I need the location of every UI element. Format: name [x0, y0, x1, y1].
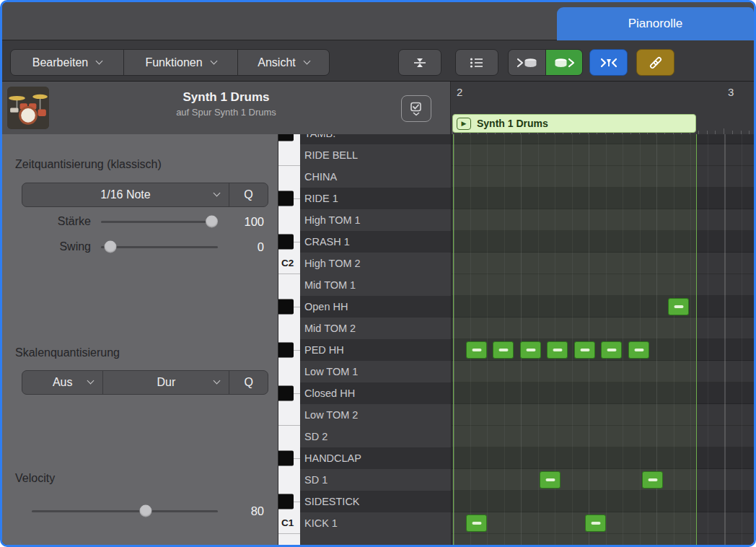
ruler[interactable]: 2 3 ▶ Synth 1 Drums — [451, 82, 754, 134]
black-key-cap — [278, 494, 294, 509]
time-quantize-apply-button[interactable]: Q — [229, 183, 268, 206]
menu-funktionen[interactable]: Funktionen — [123, 50, 237, 75]
swing-row: Swing 0 — [22, 236, 268, 258]
link-button[interactable] — [636, 49, 674, 76]
black-key[interactable] — [278, 134, 300, 144]
key-divider — [294, 393, 300, 394]
midi-note[interactable] — [547, 341, 568, 359]
key-divider — [294, 502, 300, 502]
velocity-title: Velocity — [15, 472, 55, 485]
black-key[interactable] — [278, 296, 300, 318]
white-key[interactable] — [278, 534, 300, 545]
menu-label: Bearbeiten — [32, 56, 88, 69]
key-name-row[interactable]: High TOM 1 — [300, 209, 451, 231]
midi-note[interactable] — [628, 341, 649, 359]
black-key[interactable] — [278, 188, 300, 209]
midi-note[interactable] — [668, 298, 689, 315]
midi-note[interactable] — [585, 515, 606, 532]
ruler-tick — [724, 128, 724, 134]
gridline — [708, 134, 708, 545]
slider-thumb[interactable] — [206, 216, 218, 228]
black-key-cap — [278, 451, 294, 466]
slider-thumb[interactable] — [104, 241, 116, 253]
white-key[interactable] — [278, 274, 300, 296]
key-name-row[interactable]: CRASH 1 — [300, 231, 451, 253]
strength-slider[interactable] — [101, 211, 218, 232]
key-name-row[interactable]: RIDE BELL — [300, 144, 451, 166]
midi-out-button[interactable] — [545, 50, 582, 75]
white-key[interactable]: C2 — [278, 253, 300, 274]
key-name-row[interactable]: HANDCLAP — [300, 447, 451, 469]
menu-ansicht[interactable]: Ansicht — [237, 50, 329, 75]
key-name-row[interactable]: SD 1 — [300, 469, 451, 491]
white-key[interactable] — [278, 209, 300, 231]
white-key[interactable] — [278, 469, 300, 491]
white-key[interactable] — [278, 144, 300, 166]
octave-label: C2 — [281, 253, 294, 274]
key-name-row[interactable] — [300, 534, 451, 545]
time-quantize-title: Zeitquantisierung (klassisch) — [15, 158, 162, 171]
play-icon[interactable]: ▶ — [457, 118, 471, 130]
midi-note[interactable] — [466, 515, 487, 532]
black-key-cap — [278, 299, 294, 315]
white-key[interactable] — [278, 318, 300, 339]
key-name-row[interactable]: High TOM 2 — [300, 253, 451, 274]
midi-note[interactable] — [574, 341, 595, 359]
key-name-row[interactable]: Open HH — [300, 296, 451, 318]
black-key-cap — [278, 343, 294, 358]
chevron-down-icon — [96, 58, 103, 65]
time-quantize-dropdown[interactable]: 1/16 Note — [22, 183, 229, 206]
key-name-row[interactable]: Low TOM 2 — [300, 404, 451, 426]
black-key[interactable] — [278, 491, 300, 512]
key-name-row[interactable]: SD 2 — [300, 426, 451, 447]
key-name-row[interactable]: KICK 1 — [300, 512, 451, 534]
collapse-mode-button[interactable] — [398, 49, 441, 76]
key-name-row[interactable]: CHINA — [300, 166, 451, 188]
key-name-row[interactable]: RIDE 1 — [300, 188, 451, 209]
black-key[interactable] — [278, 382, 300, 404]
region-header[interactable]: ▶ Synth 1 Drums — [452, 114, 696, 133]
key-name-row[interactable]: SIDESTICK — [300, 491, 451, 512]
midi-note[interactable] — [642, 471, 663, 489]
midi-note[interactable] — [520, 341, 541, 359]
content: Zeitquantisierung (klassisch) 1/16 Note … — [2, 134, 754, 545]
menu-bearbeiten[interactable]: Bearbeiten — [11, 50, 123, 75]
header: Synth 1 Drums auf Spur Synth 1 Drums 2 3… — [2, 82, 754, 134]
white-key[interactable] — [278, 404, 300, 426]
midi-note[interactable] — [466, 341, 487, 359]
time-quantize-value: 1/16 Note — [100, 188, 150, 201]
midi-note[interactable] — [540, 471, 561, 489]
tab-pianorolle[interactable]: Pianorolle — [557, 7, 754, 40]
black-key[interactable] — [278, 231, 300, 253]
black-key[interactable] — [278, 447, 300, 469]
note-grid[interactable] — [451, 134, 754, 545]
key-name-row[interactable]: PED HH — [300, 339, 451, 361]
scale-quantize-apply-button[interactable]: Q — [229, 371, 268, 394]
black-key[interactable] — [278, 339, 300, 361]
event-list-icon — [470, 57, 484, 69]
drum-kit-icon — [7, 87, 49, 129]
key-name-row[interactable]: Mid TOM 2 — [300, 318, 451, 339]
key-name-row[interactable]: Low TOM 1 — [300, 361, 451, 382]
swing-slider[interactable] — [101, 236, 218, 258]
white-key[interactable]: C1 — [278, 512, 300, 534]
key-name-row[interactable]: Mid TOM 1 — [300, 274, 451, 296]
white-key[interactable] — [278, 166, 300, 188]
scale-quantize-scale-dropdown[interactable]: Dur — [102, 371, 229, 394]
event-list-button[interactable] — [455, 49, 498, 76]
velocity-slider[interactable] — [32, 500, 218, 522]
key-name-row[interactable]: TAMB. — [300, 134, 451, 144]
scale-quantize-mode-dropdown[interactable]: Aus — [22, 371, 102, 394]
white-key[interactable] — [278, 426, 300, 447]
key-name-row[interactable]: Closed HH — [300, 382, 451, 404]
midi-in-button[interactable] — [509, 50, 545, 75]
checkbox-dropdown-button[interactable] — [401, 95, 431, 122]
white-key[interactable] — [278, 361, 300, 382]
key-divider — [294, 350, 300, 351]
midi-in-drum-icon — [517, 57, 538, 69]
slider-thumb[interactable] — [139, 505, 151, 517]
midi-note[interactable] — [493, 341, 514, 359]
midi-note[interactable] — [601, 341, 622, 359]
catch-button[interactable] — [589, 49, 628, 76]
slider-track — [101, 246, 218, 248]
